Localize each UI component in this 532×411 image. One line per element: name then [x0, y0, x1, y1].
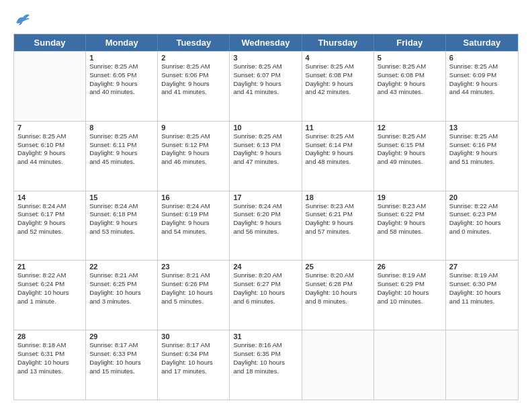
- day-number: 2: [161, 54, 226, 62]
- day-number: 10: [233, 124, 298, 132]
- cell-info: Sunrise: 8:19 AM: [449, 271, 515, 280]
- cell-info: and 53 minutes.: [89, 228, 154, 236]
- cell-info: Daylight: 10 hours: [89, 289, 154, 298]
- cell-info: Sunset: 6:08 PM: [378, 71, 442, 80]
- calendar-cell: 19Sunrise: 8:23 AMSunset: 6:22 PMDayligh…: [374, 191, 446, 261]
- cell-info: and 5 minutes.: [161, 298, 226, 306]
- cell-info: Sunset: 6:14 PM: [306, 141, 370, 150]
- weekday-header: Tuesday: [158, 34, 230, 51]
- cell-info: Sunrise: 8:19 AM: [378, 271, 442, 280]
- cell-info: Sunset: 6:07 PM: [233, 71, 298, 80]
- calendar-cell: 9Sunrise: 8:25 AMSunset: 6:12 PMDaylight…: [158, 122, 230, 191]
- day-number: 31: [233, 332, 298, 340]
- calendar-cell: [374, 330, 446, 400]
- day-number: 12: [378, 124, 442, 132]
- cell-info: Daylight: 10 hours: [89, 359, 154, 367]
- cell-info: and 44 minutes.: [449, 88, 515, 97]
- cell-info: and 42 minutes.: [306, 88, 370, 97]
- cell-info: and 56 minutes.: [233, 228, 298, 236]
- day-number: 24: [233, 263, 298, 271]
- cell-info: Sunrise: 8:23 AM: [378, 202, 442, 211]
- cell-info: Daylight: 10 hours: [161, 359, 226, 367]
- cell-info: Sunrise: 8:24 AM: [17, 202, 82, 211]
- weekday-header: Wednesday: [230, 34, 302, 51]
- cell-info: Daylight: 10 hours: [17, 359, 82, 367]
- weekday-header: Friday: [374, 34, 446, 51]
- cell-info: and 47 minutes.: [233, 158, 298, 167]
- calendar-row: 1Sunrise: 8:25 AMSunset: 6:05 PMDaylight…: [14, 51, 518, 121]
- cell-info: Sunset: 6:18 PM: [89, 210, 154, 219]
- cell-info: Sunset: 6:16 PM: [449, 141, 515, 150]
- calendar-cell: 29Sunrise: 8:17 AMSunset: 6:33 PMDayligh…: [86, 330, 158, 400]
- cell-info: and 49 minutes.: [378, 158, 442, 167]
- cell-info: Daylight: 9 hours: [17, 219, 82, 228]
- cell-info: and 52 minutes.: [17, 228, 82, 236]
- cell-info: Sunrise: 8:21 AM: [89, 271, 154, 280]
- day-number: 17: [233, 193, 298, 201]
- cell-info: Daylight: 9 hours: [89, 219, 154, 228]
- day-number: 27: [449, 263, 515, 271]
- calendar-cell: 5Sunrise: 8:25 AMSunset: 6:08 PMDaylight…: [374, 52, 446, 121]
- calendar-cell: 7Sunrise: 8:25 AMSunset: 6:10 PMDaylight…: [14, 122, 86, 191]
- day-number: 29: [89, 332, 154, 340]
- cell-info: Daylight: 9 hours: [233, 80, 298, 89]
- cell-info: Sunrise: 8:18 AM: [17, 341, 82, 350]
- cell-info: Sunset: 6:15 PM: [378, 141, 442, 150]
- calendar-cell: 30Sunrise: 8:17 AMSunset: 6:34 PMDayligh…: [158, 330, 230, 400]
- cell-info: and 46 minutes.: [161, 158, 226, 167]
- cell-info: Sunset: 6:33 PM: [89, 350, 154, 359]
- logo: [13, 11, 35, 27]
- cell-info: Daylight: 9 hours: [17, 149, 82, 158]
- cell-info: Sunset: 6:09 PM: [449, 71, 515, 80]
- calendar-cell: [302, 330, 374, 400]
- cell-info: Sunrise: 8:25 AM: [449, 62, 515, 71]
- calendar-cell: 16Sunrise: 8:24 AMSunset: 6:19 PMDayligh…: [158, 191, 230, 261]
- cell-info: Sunrise: 8:25 AM: [89, 132, 154, 141]
- cell-info: Daylight: 9 hours: [233, 219, 298, 228]
- day-number: 28: [17, 332, 82, 340]
- weekday-header: Saturday: [446, 34, 518, 51]
- cell-info: Sunset: 6:25 PM: [89, 280, 154, 289]
- cell-info: Sunset: 6:21 PM: [306, 210, 370, 219]
- cell-info: Sunset: 6:10 PM: [17, 141, 82, 150]
- cell-info: Sunrise: 8:16 AM: [233, 341, 298, 350]
- day-number: 7: [17, 124, 82, 132]
- cell-info: Daylight: 10 hours: [233, 359, 298, 367]
- calendar-body: 1Sunrise: 8:25 AMSunset: 6:05 PMDaylight…: [14, 51, 518, 400]
- calendar-cell: 4Sunrise: 8:25 AMSunset: 6:08 PMDaylight…: [302, 52, 374, 121]
- cell-info: Daylight: 9 hours: [378, 149, 442, 158]
- cell-info: Sunset: 6:17 PM: [17, 210, 82, 219]
- cell-info: and 6 minutes.: [233, 298, 298, 306]
- cell-info: Sunset: 6:31 PM: [17, 350, 82, 359]
- calendar-cell: 27Sunrise: 8:19 AMSunset: 6:30 PMDayligh…: [446, 261, 518, 330]
- cell-info: Daylight: 9 hours: [449, 80, 515, 89]
- day-number: 20: [449, 193, 515, 201]
- cell-info: Sunrise: 8:22 AM: [17, 271, 82, 280]
- cell-info: Daylight: 10 hours: [233, 289, 298, 298]
- cell-info: Sunrise: 8:20 AM: [233, 271, 298, 280]
- calendar-cell: [14, 52, 86, 121]
- cell-info: and 48 minutes.: [306, 158, 370, 167]
- cell-info: Sunset: 6:24 PM: [17, 280, 82, 289]
- cell-info: Sunset: 6:22 PM: [378, 210, 442, 219]
- cell-info: Sunrise: 8:25 AM: [378, 132, 442, 141]
- calendar-cell: 2Sunrise: 8:25 AMSunset: 6:06 PMDaylight…: [158, 52, 230, 121]
- cell-info: Sunset: 6:06 PM: [161, 71, 226, 80]
- cell-info: Daylight: 9 hours: [161, 80, 226, 89]
- day-number: 15: [89, 193, 154, 201]
- day-number: 30: [161, 332, 226, 340]
- cell-info: and 54 minutes.: [161, 228, 226, 236]
- day-number: 6: [449, 54, 515, 62]
- cell-info: Daylight: 9 hours: [161, 149, 226, 158]
- calendar-row: 14Sunrise: 8:24 AMSunset: 6:17 PMDayligh…: [14, 191, 518, 261]
- calendar-cell: 14Sunrise: 8:24 AMSunset: 6:17 PMDayligh…: [14, 191, 86, 261]
- cell-info: and 8 minutes.: [306, 298, 370, 306]
- cell-info: Sunrise: 8:21 AM: [161, 271, 226, 280]
- cell-info: and 15 minutes.: [89, 367, 154, 376]
- calendar-cell: 25Sunrise: 8:20 AMSunset: 6:28 PMDayligh…: [302, 261, 374, 330]
- day-number: 14: [17, 193, 82, 201]
- calendar-cell: 11Sunrise: 8:25 AMSunset: 6:14 PMDayligh…: [302, 122, 374, 191]
- calendar-cell: 15Sunrise: 8:24 AMSunset: 6:18 PMDayligh…: [86, 191, 158, 261]
- page-header: [13, 11, 519, 27]
- cell-info: Sunrise: 8:25 AM: [306, 132, 370, 141]
